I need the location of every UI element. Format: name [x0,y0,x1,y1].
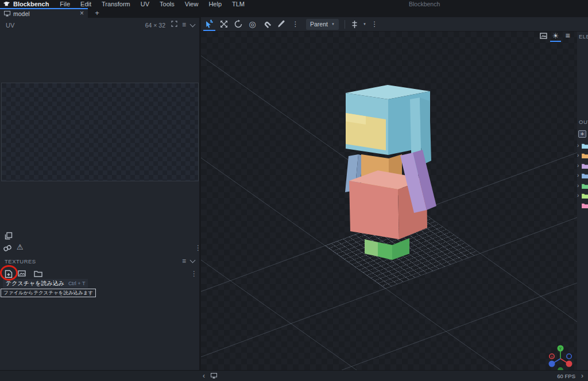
lighting-sun-icon[interactable]: ☀ [550,32,562,41]
viewport-menu-icon[interactable]: ≡ [562,32,574,41]
folder-icon [582,193,588,199]
pivot-tool-button[interactable]: ◎ [245,17,260,31]
texture-size-label: 64 × 32 [145,22,165,29]
menu-file[interactable]: File [55,0,75,8]
outliner-group-row[interactable]: › [577,142,588,149]
status-right-group: 60 FPS › [557,372,588,380]
outliner-group-row[interactable]: › [577,162,588,169]
status-prev-icon[interactable]: ‹ [203,372,205,380]
gizmo-neg-z[interactable] [567,354,571,359]
vertex-snap-tool-button[interactable] [260,17,274,31]
rotation-space-value: Parent [310,21,328,28]
textures-collapse-icon[interactable] [190,258,196,263]
model-foot-side [392,238,409,260]
uv-panel-title: UV [6,22,145,29]
warning-icon: ⚠ [17,243,24,251]
import-folder-button[interactable] [34,270,42,277]
background-image-icon[interactable] [537,32,550,41]
outliner-group-row[interactable]: › [577,172,588,179]
transform-settings-caret-icon[interactable]: ▼ [363,22,366,26]
new-tab-button[interactable]: + [91,8,103,18]
resize-tool-button[interactable] [216,17,231,31]
outliner-group-row[interactable] [582,203,588,208]
model-foot-left [365,239,378,256]
blockbench-window: Blockbench File Edit Transform UV Tools … [0,0,588,381]
tooltip-import-texture-description: ファイルからテクスチャを読み込みます [1,289,96,297]
rotation-space-dropdown[interactable]: Parent ▼ [306,19,339,30]
outliner-add-button[interactable]: + [578,130,586,138]
right-sidebar: ELE OUT + › › › › › › [577,32,588,370]
toolbar-separator [345,20,345,29]
textures-toolbar: ⋮ [0,267,199,280]
outliner-group-row[interactable]: › [577,152,588,159]
folder-icon [582,163,588,169]
folder-icon [582,173,588,178]
copy-icon[interactable] [5,232,13,242]
folder-icon [582,203,588,208]
textures-options-dots-icon[interactable]: ⋮ [191,270,198,278]
move-tool-button[interactable] [202,17,216,31]
tooltip-title: テクスチャを読み込み [6,279,64,287]
rotate-tool-button[interactable] [231,17,245,31]
chevron-right-icon[interactable]: › [577,162,582,169]
tool-options-dots-icon[interactable]: ⋮ [288,17,303,31]
gizmo-pos-x[interactable] [566,361,572,367]
outliner-panel-title: OUT [579,119,588,125]
status-model-icon [211,371,217,381]
menu-edit[interactable]: Edit [75,0,96,8]
app-name: Blockbench [13,1,49,7]
create-texture-button[interactable] [18,270,26,277]
toolbar-dots-icon[interactable]: ⋮ [368,17,382,31]
folder-icon [582,143,588,149]
chevron-right-icon[interactable]: › [577,172,582,179]
outliner-group-row[interactable]: › [577,182,588,189]
outliner-group-row[interactable]: › [577,192,588,199]
menu-tools[interactable]: Tools [154,0,180,8]
model-tab-icon [4,11,10,17]
fullscreen-icon[interactable] [171,18,177,32]
chevron-right-icon[interactable]: › [577,182,582,189]
orientation-gizmo[interactable]: Y X [549,345,572,371]
chevron-right-icon[interactable]: › [577,192,582,199]
element-panel-title: ELE [579,33,588,40]
gizmo-y-label: Y [559,347,562,351]
tooltip-import-texture: テクスチャを読み込み Ctrl + T [3,279,88,288]
model-character[interactable] [345,85,436,260]
status-next-icon[interactable]: › [581,372,583,380]
uv-editor-canvas[interactable] [1,83,199,181]
viewport-corner-toolbar: ☀ ≡ [537,32,574,42]
viewport-3d[interactable]: N Y X ☀ ≡ [201,32,577,370]
panel-menu-icon[interactable]: ≡ [182,18,186,32]
tab-model[interactable]: model × [0,8,88,18]
dropdown-caret-icon: ▼ [331,22,335,26]
uv-panel-header: UV 64 × 32 ≡ [0,18,199,32]
chevron-right-icon[interactable]: › [577,152,582,159]
chevron-right-icon[interactable]: › [577,142,582,149]
paint-brush-tool-button[interactable] [274,17,288,31]
window-title: Blockbench [409,1,440,7]
status-bar: ‹ 60 FPS › [0,370,588,381]
folder-icon [582,153,588,158]
textures-panel-header: TEXTURES ≡ [0,256,199,266]
menu-help[interactable]: Help [203,0,227,8]
tooltip-description: ファイルからテクスチャを読み込みます [3,290,93,297]
viewport-scene: N Y X [201,32,577,370]
left-panel: UV 64 × 32 ≡ ⚠ ⋮ TEXTURES ≡ [0,18,199,370]
link-icon[interactable] [3,244,12,254]
gizmo-x-label: X [551,355,553,359]
textures-panel-title: TEXTURES [5,258,180,265]
main-toolbar: ◎ ⋮ Parent ▼ ▼ ⋮ [201,17,588,32]
model-foot-right [378,242,392,260]
panel-collapse-icon[interactable] [190,21,196,27]
textures-menu-icon[interactable]: ≡ [182,254,186,269]
folder-icon [582,183,588,189]
gizmo-pos-z[interactable] [549,361,555,367]
menu-view[interactable]: View [180,0,204,8]
menu-transform[interactable]: Transform [96,0,136,8]
tooltip-shortcut: Ctrl + T [68,281,86,286]
tab-bar: model × + [0,8,588,18]
transform-settings-button[interactable] [347,17,362,31]
tab-close-button[interactable]: × [80,9,84,18]
menu-tlm[interactable]: TLM [227,0,250,8]
menu-uv[interactable]: UV [136,0,154,8]
